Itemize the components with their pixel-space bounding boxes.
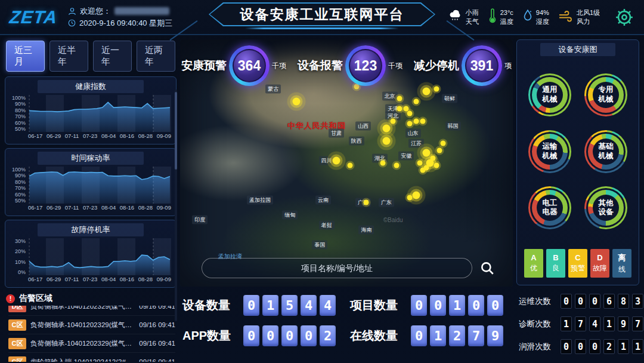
map-marker[interactable]: [347, 163, 352, 168]
map-marker[interactable]: [434, 163, 439, 168]
y-tick: 60%: [15, 192, 26, 198]
map-marker[interactable]: [404, 106, 409, 111]
scrollbar-thumb[interactable]: [175, 92, 177, 170]
map-marker[interactable]: [420, 118, 426, 124]
kpi-stat: 设备报警123千项: [298, 45, 402, 86]
droplet-icon: [522, 9, 533, 26]
filter-button[interactable]: 近一年: [93, 41, 132, 72]
x-tick: 08-16: [120, 204, 134, 211]
chart-plot-area: [28, 167, 171, 204]
digit-box: 4: [301, 295, 317, 316]
map-marker[interactable]: [422, 87, 430, 95]
counter-运维次数: 运维次数000683: [519, 294, 639, 309]
datetime-text: 2020-9-16 09:40:40 星期三: [79, 18, 172, 29]
ring-inner: 运输 机械: [532, 134, 568, 170]
y-axis-labels: 100%90%80%70%60%50%: [7, 95, 28, 132]
legend-label: 预警: [571, 263, 585, 273]
map-marker[interactable]: [382, 125, 390, 133]
map-marker[interactable]: [364, 200, 369, 205]
y-tick: 50%: [15, 198, 26, 204]
x-tick: 06-29: [47, 133, 61, 139]
counter-label: 运维次数: [519, 296, 555, 307]
china-map[interactable]: 安康预警364千项设备报警123千项减少停机391项 中华人民共和国蒙古朝鲜韩国…: [180, 39, 513, 287]
filter-button[interactable]: 近两年: [137, 41, 175, 72]
ring-inner: 通用 机械: [532, 77, 568, 113]
ring-inner: 其他 设备: [588, 190, 624, 226]
search-icon[interactable]: [479, 260, 495, 276]
legend-code: A: [531, 253, 536, 262]
kpi-inner-circle: 391: [465, 49, 499, 82]
map-marker[interactable]: [431, 155, 436, 161]
weather-item: 北风1级风力: [558, 8, 600, 26]
map-marker[interactable]: [423, 165, 429, 171]
kpi-value: 123: [354, 58, 377, 74]
weather-label: 温度: [500, 17, 513, 26]
map-label-region: 韩国: [445, 121, 461, 130]
y-tick: 50%: [15, 126, 26, 132]
map-marker[interactable]: [407, 195, 413, 200]
map-marker[interactable]: [422, 149, 430, 157]
map-label-region: 江苏: [408, 139, 424, 147]
weather-value: 小雨: [466, 8, 479, 17]
map-marker[interactable]: [440, 140, 445, 146]
x-tick: 09-09: [157, 276, 171, 282]
x-tick: 08-04: [101, 204, 116, 211]
map-marker[interactable]: [414, 118, 419, 124]
search-input[interactable]: [202, 258, 472, 278]
map-marker[interactable]: [293, 97, 301, 105]
digit-box: 0: [301, 325, 317, 346]
y-tick: 30%: [15, 238, 26, 244]
counter-设备数量: 设备数量01544: [182, 295, 344, 316]
ring-gap: 基础 机械: [586, 132, 626, 171]
weather-item: 小雨天气: [448, 8, 479, 26]
ring-gap: 电工 电器: [530, 188, 569, 227]
welcome-label: 欢迎您：: [80, 6, 111, 17]
map-marker[interactable]: [391, 118, 396, 124]
digit-box: 0: [468, 295, 484, 316]
x-tick: 08-04: [101, 133, 116, 139]
ring-label: 通用 机械: [537, 82, 563, 108]
map-marker[interactable]: [333, 156, 340, 164]
digit-group: 000683: [561, 294, 643, 309]
filter-button[interactable]: 近半年: [49, 41, 88, 72]
map-marker[interactable]: [380, 161, 386, 166]
center-counters: 设备数量01544项目数量00100APP数量00002在线数量01279: [180, 287, 513, 362]
map-marker[interactable]: [382, 137, 390, 144]
digit-box: 3: [632, 294, 643, 309]
digit-box: 0: [561, 339, 572, 354]
alert-text: 负荷侧轴承-10401202329(煤气引风机电...: [30, 306, 135, 311]
ring-inner: 电工 电器: [532, 190, 568, 226]
alert-zone-badge: D区: [8, 306, 26, 312]
axis-corner: [7, 275, 28, 282]
alert-item[interactable]: C区齿轮箱输入端-10401202412(2#（2V）...09/16 09:4…: [8, 353, 175, 362]
kpi-ring: 123: [345, 45, 386, 86]
health-ring-电工电器: 电工 电器: [528, 186, 571, 229]
x-tick: 08-28: [138, 276, 153, 282]
legend-优: A优: [524, 249, 543, 278]
filter-button[interactable]: 近三月: [6, 41, 45, 72]
map-marker[interactable]: [414, 99, 419, 104]
alert-item[interactable]: C区负荷侧轴承-10401202329(煤气引风机电...09/16 09:41: [8, 334, 175, 353]
alert-item[interactable]: C区负荷侧轴承-10401202329(煤气引风机电...09/16 09:41: [8, 316, 175, 334]
map-label-region: 朝鲜: [442, 94, 457, 103]
x-tick: 06-29: [47, 276, 61, 282]
map-marker[interactable]: [413, 191, 420, 199]
map-marker[interactable]: [407, 121, 413, 126]
map-marker[interactable]: [394, 163, 399, 168]
map-label-watermark: ©Baidu: [383, 217, 403, 223]
map-marker[interactable]: [397, 106, 402, 111]
map-marker[interactable]: [434, 86, 439, 91]
alert-item[interactable]: D区负荷侧轴承-10401202329(煤气引风机电...09/16 09:41: [8, 306, 175, 316]
map-marker[interactable]: [417, 161, 422, 166]
map-label-region: 北京: [382, 92, 398, 101]
map-marker[interactable]: [407, 111, 413, 116]
right-counters: 运维次数000683诊断次数174197润滑次数000211: [516, 285, 639, 354]
settings-gear-icon[interactable]: [614, 7, 634, 27]
time-utilization-chart: 100%90%80%70%60%50% 06-1706-2907-1107-23…: [5, 166, 176, 212]
map-marker[interactable]: [437, 148, 442, 153]
weather-item: 23°c温度: [488, 8, 513, 26]
map-marker[interactable]: [397, 96, 402, 101]
digit-box: 5: [281, 295, 298, 316]
digit-box: 0: [430, 295, 446, 316]
kpi-inner-circle: 364: [233, 49, 266, 82]
